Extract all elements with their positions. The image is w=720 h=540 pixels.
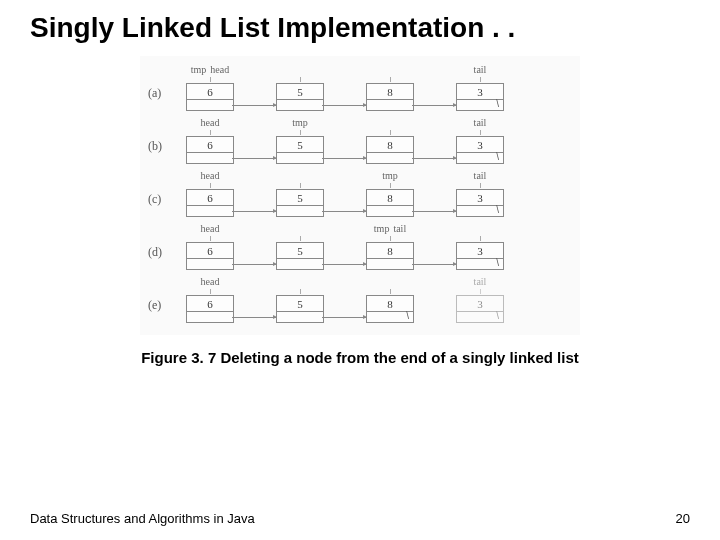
null-pointer-icon xyxy=(457,259,503,269)
pointer-labels: tmptail xyxy=(366,223,414,235)
pointer-labels xyxy=(366,276,414,288)
pointer-arrow-icon xyxy=(480,183,481,188)
list-row: (e)head658tail3 xyxy=(148,276,572,323)
node-cell: 3 xyxy=(456,295,504,323)
list-node: tmp8 xyxy=(366,170,414,217)
node-value: 8 xyxy=(367,243,413,259)
next-pointer xyxy=(187,153,233,163)
node-cell: 8 xyxy=(366,242,414,270)
node-cell: 5 xyxy=(276,242,324,270)
node-cell: 6 xyxy=(186,242,234,270)
page-number: 20 xyxy=(676,511,690,526)
list-node: 8 xyxy=(366,276,414,323)
node-cell: 6 xyxy=(186,295,234,323)
slide-title: Singly Linked List Implementation . . xyxy=(0,0,720,44)
node-cell: 5 xyxy=(276,136,324,164)
nodes-container: head65tmp8tail3 xyxy=(186,170,504,217)
pointer-label: tail xyxy=(474,276,487,288)
pointer-labels: tmp xyxy=(276,117,324,129)
node-cell: 6 xyxy=(186,189,234,217)
pointer-label: head xyxy=(201,276,220,288)
node-value: 6 xyxy=(187,84,233,100)
null-pointer-icon xyxy=(367,312,413,322)
node-cell: 6 xyxy=(186,136,234,164)
pointer-arrow-icon xyxy=(300,236,301,241)
pointer-labels xyxy=(276,170,324,182)
figure-caption: Figure 3. 7 Deleting a node from the end… xyxy=(0,349,720,366)
pointer-labels: tail xyxy=(456,117,504,129)
link-arrow-icon xyxy=(322,317,366,318)
link-arrow-icon xyxy=(232,317,276,318)
null-pointer-icon xyxy=(457,100,503,110)
node-cell: 8 xyxy=(366,136,414,164)
pointer-label: tail xyxy=(474,64,487,76)
list-node: tmphead6 xyxy=(186,64,234,111)
next-pointer xyxy=(277,312,323,322)
node-value: 8 xyxy=(367,84,413,100)
nodes-container: head658tail3 xyxy=(186,276,504,323)
list-row: (d)head65tmptail83 xyxy=(148,223,572,270)
list-node: 8 xyxy=(366,117,414,164)
node-cell: 8 xyxy=(366,295,414,323)
pointer-arrow-icon xyxy=(390,77,391,82)
next-pointer xyxy=(367,206,413,216)
node-cell: 5 xyxy=(276,189,324,217)
pointer-label: tail xyxy=(474,117,487,129)
link-arrow-icon xyxy=(232,211,276,212)
pointer-labels: head xyxy=(186,223,234,235)
pointer-label: tmp xyxy=(374,223,390,235)
list-node: tail3 xyxy=(456,170,504,217)
next-pointer xyxy=(187,206,233,216)
next-pointer xyxy=(277,206,323,216)
node-value: 6 xyxy=(187,296,233,312)
link-arrow-icon xyxy=(412,158,456,159)
node-cell: 5 xyxy=(276,83,324,111)
pointer-labels: tail xyxy=(456,170,504,182)
pointer-label: tmp xyxy=(191,64,207,76)
pointer-arrow-icon xyxy=(480,289,481,294)
pointer-arrow-icon xyxy=(390,183,391,188)
next-pointer xyxy=(367,100,413,110)
row-label: (a) xyxy=(148,86,176,111)
node-value: 6 xyxy=(187,137,233,153)
pointer-labels: head xyxy=(186,117,234,129)
list-node: 5 xyxy=(276,64,324,111)
node-value: 5 xyxy=(277,296,323,312)
node-value: 5 xyxy=(277,84,323,100)
pointer-label: head xyxy=(201,170,220,182)
node-cell: 3 xyxy=(456,242,504,270)
pointer-arrow-icon xyxy=(480,130,481,135)
pointer-arrow-icon xyxy=(300,183,301,188)
pointer-arrow-icon xyxy=(210,130,211,135)
pointer-label: tail xyxy=(393,223,406,235)
pointer-label: head xyxy=(201,223,220,235)
pointer-label: head xyxy=(201,117,220,129)
pointer-labels xyxy=(366,117,414,129)
node-value: 8 xyxy=(367,190,413,206)
pointer-arrow-icon xyxy=(300,289,301,294)
pointer-labels xyxy=(276,64,324,76)
pointer-label: head xyxy=(210,64,229,76)
link-arrow-icon xyxy=(232,264,276,265)
list-node: head6 xyxy=(186,117,234,164)
link-arrow-icon xyxy=(322,105,366,106)
list-node: tmp5 xyxy=(276,117,324,164)
next-pointer xyxy=(277,100,323,110)
node-cell: 8 xyxy=(366,83,414,111)
next-pointer xyxy=(367,259,413,269)
pointer-arrow-icon xyxy=(300,77,301,82)
pointer-arrow-icon xyxy=(210,77,211,82)
link-arrow-icon xyxy=(412,211,456,212)
list-node: 5 xyxy=(276,223,324,270)
list-row: (c)head65tmp8tail3 xyxy=(148,170,572,217)
pointer-arrow-icon xyxy=(210,183,211,188)
list-node: head6 xyxy=(186,170,234,217)
node-value: 8 xyxy=(367,137,413,153)
node-cell: 3 xyxy=(456,136,504,164)
list-row: (b)head6tmp58tail3 xyxy=(148,117,572,164)
next-pointer xyxy=(367,153,413,163)
link-arrow-icon xyxy=(232,105,276,106)
pointer-arrow-icon xyxy=(210,236,211,241)
list-node: tail3 xyxy=(456,64,504,111)
node-cell: 8 xyxy=(366,189,414,217)
